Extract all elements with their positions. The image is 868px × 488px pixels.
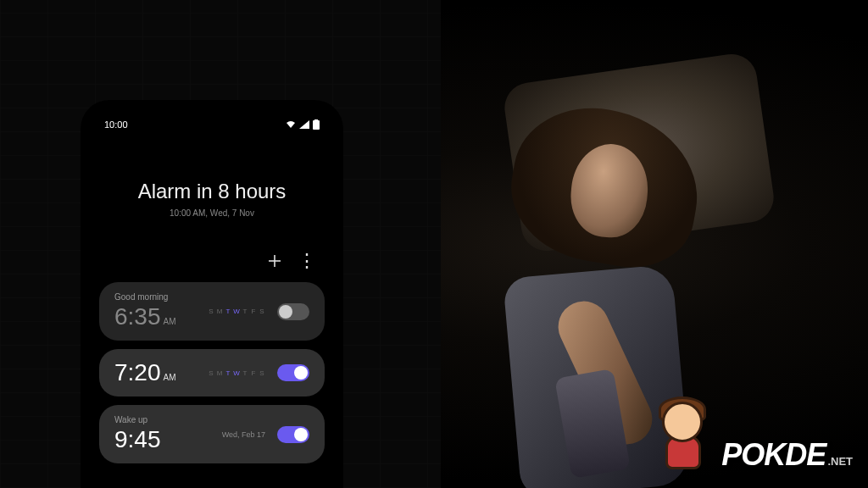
day-t2: T [242,308,248,315]
day-s2: S [259,308,265,315]
day-m: M [216,369,223,377]
alarm-subtitle: 10:00 AM, Wed, 7 Nov [106,208,318,218]
more-options-button[interactable]: ⋮ [298,252,316,270]
action-row: ⋮ [89,235,335,282]
alarm-days: S M T W T F S [208,308,265,315]
alarm-time: 7:20 [114,359,161,386]
day-s: S [208,369,214,377]
alarm-label: Wake up [114,415,161,424]
alarm-info: Good morning 6:35 AM [114,292,176,330]
day-m: M [216,308,223,315]
alarm-time: 9:45 [114,426,161,453]
svg-rect-1 [314,119,318,121]
alarm-info: 7:20 AM [114,359,176,386]
alarm-title: Alarm in 8 hours [106,180,318,203]
status-time: 10:00 [104,119,128,130]
day-w: W [233,369,240,377]
person-lying-with-phone [393,51,800,441]
day-f: F [250,308,257,315]
watermark: POKDE .NET [650,395,853,473]
alarm-time: 6:35 [114,303,161,330]
toggle-knob [294,428,308,441]
day-w: W [233,308,240,315]
phone-screen: 10:00 Alarm in 8 hours 10:00 AM, Wed, 7 … [89,110,335,488]
alarm-card[interactable]: 7:20 AM S M T W T F S [99,349,325,396]
background-scene: 10:00 Alarm in 8 hours 10:00 AM, Wed, 7 … [0,0,868,488]
alarm-ampm: AM [164,317,176,326]
alarm-toggle[interactable] [277,426,309,443]
alarm-days: S M T W T F S [208,369,265,377]
alarm-toggle[interactable] [277,364,309,381]
watermark-tld: .NET [827,455,853,468]
alarm-header: Alarm in 8 hours 10:00 AM, Wed, 7 Nov [89,136,335,235]
plus-icon [267,253,282,269]
alarm-date: Wed, Feb 17 [222,430,265,439]
toggle-knob [279,305,292,319]
day-s: S [208,308,214,315]
alarm-toggle[interactable] [277,303,309,320]
toggle-knob [294,366,308,380]
alarm-label: Good morning [114,292,176,302]
day-t2: T [242,369,248,377]
day-t: T [225,369,231,377]
day-s2: S [259,369,265,377]
alarm-list[interactable]: Good morning 6:35 AM S M T W T [89,282,335,463]
watermark-brand: POKDE [721,437,826,473]
day-f: F [250,369,257,377]
battery-icon [313,119,320,130]
alarm-card[interactable]: Wake up 9:45 Wed, Feb 17 [99,405,325,463]
signal-icon [299,120,309,129]
status-bar: 10:00 [89,110,335,136]
add-alarm-button[interactable] [267,253,282,269]
alarm-card[interactable]: Good morning 6:35 AM S M T W T [99,282,325,341]
phone-mockup: 10:00 Alarm in 8 hours 10:00 AM, Wed, 7 … [81,100,343,488]
mascot-icon [650,395,716,473]
alarm-ampm: AM [164,373,176,382]
status-icons [286,119,320,130]
day-t: T [225,308,231,315]
wifi-icon [286,120,296,129]
alarm-info: Wake up 9:45 [114,415,161,453]
svg-rect-0 [313,120,320,130]
